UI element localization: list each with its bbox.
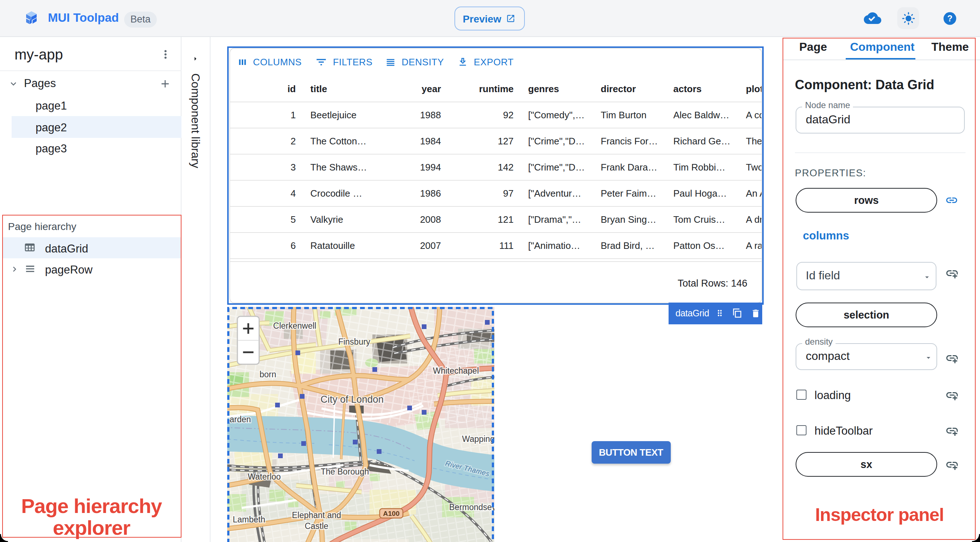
- svg-text:arden: arden: [230, 414, 251, 424]
- svg-text:Whitechapel: Whitechapel: [433, 366, 479, 375]
- svg-text:Clerkenwell: Clerkenwell: [273, 321, 317, 330]
- svg-text:Lambeth: Lambeth: [233, 515, 265, 524]
- svg-text:Castle: Castle: [304, 521, 328, 530]
- svg-text:The Borough: The Borough: [321, 467, 369, 476]
- svg-text:City of London: City of London: [320, 394, 383, 405]
- svg-text:Elephant and: Elephant and: [292, 510, 341, 520]
- svg-text:?: ?: [947, 13, 952, 23]
- svg-text:Finsbury: Finsbury: [338, 337, 371, 346]
- svg-text:Wapping: Wapping: [462, 434, 494, 443]
- svg-text:Bermondsey: Bermondsey: [449, 502, 494, 512]
- svg-text:born: born: [259, 369, 276, 379]
- svg-text:A100: A100: [383, 509, 399, 517]
- svg-text:Waterloo: Waterloo: [248, 472, 280, 481]
